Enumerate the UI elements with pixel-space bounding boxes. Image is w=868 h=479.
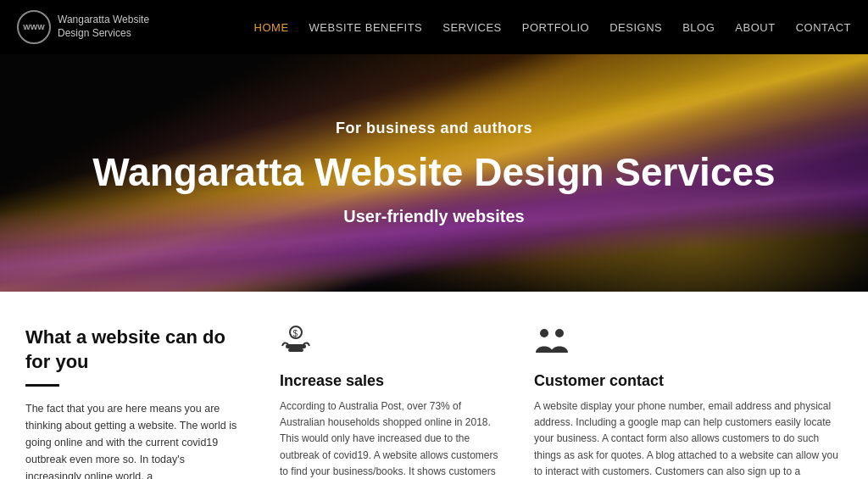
increase-sales-column: $ Increase sales According to Australia … [263, 326, 526, 479]
hero-tagline: User-friendly websites [92, 207, 775, 226]
intro-body: The fact that you are here means you are… [25, 400, 237, 479]
intro-heading: What a website can do for you [25, 326, 237, 374]
intro-column: What a website can do for you The fact t… [25, 326, 263, 479]
svg-text:$: $ [293, 329, 298, 338]
features-section: What a website can do for you The fact t… [0, 292, 868, 479]
nav-about[interactable]: ABOUT [735, 21, 775, 34]
svg-point-5 [555, 329, 564, 337]
hero-section: For business and authors Wangaratta Webs… [0, 54, 868, 292]
nav-blog[interactable]: BLOG [682, 21, 715, 34]
nav-services[interactable]: SERVICES [442, 21, 502, 34]
main-nav: HOME WEBSITE BENEFITS SERVICES PORTFOLIO… [254, 21, 851, 34]
money-icon: $ [280, 326, 509, 364]
svg-point-4 [540, 329, 548, 337]
heading-divider [25, 384, 59, 387]
svg-rect-2 [286, 344, 306, 348]
customer-contact-column: Customer contact A website display your … [526, 326, 843, 479]
site-header: WWW Wangaratta Website Design Services H… [0, 0, 868, 54]
logo-text: Wangaratta Website Design Services [58, 14, 149, 40]
customer-contact-body: A website display your phone number, ema… [534, 398, 843, 479]
logo-icon: WWW [17, 10, 51, 44]
hero-title: Wangaratta Website Design Services [92, 151, 775, 194]
svg-rect-3 [288, 348, 303, 352]
increase-sales-title: Increase sales [280, 372, 509, 390]
logo: WWW Wangaratta Website Design Services [17, 10, 149, 44]
hero-subtitle: For business and authors [92, 120, 775, 137]
people-icon [534, 326, 843, 364]
increase-sales-body: According to Australia Post, over 73% of… [280, 398, 509, 479]
nav-portfolio[interactable]: PORTFOLIO [522, 21, 589, 34]
nav-contact[interactable]: CONTACT [796, 21, 851, 34]
nav-home[interactable]: HOME [254, 21, 289, 34]
customer-contact-title: Customer contact [534, 372, 843, 390]
nav-designs[interactable]: DESIGNS [609, 21, 662, 34]
nav-website-benefits[interactable]: WEBSITE BENEFITS [309, 21, 423, 34]
hero-content: For business and authors Wangaratta Webs… [92, 120, 775, 227]
